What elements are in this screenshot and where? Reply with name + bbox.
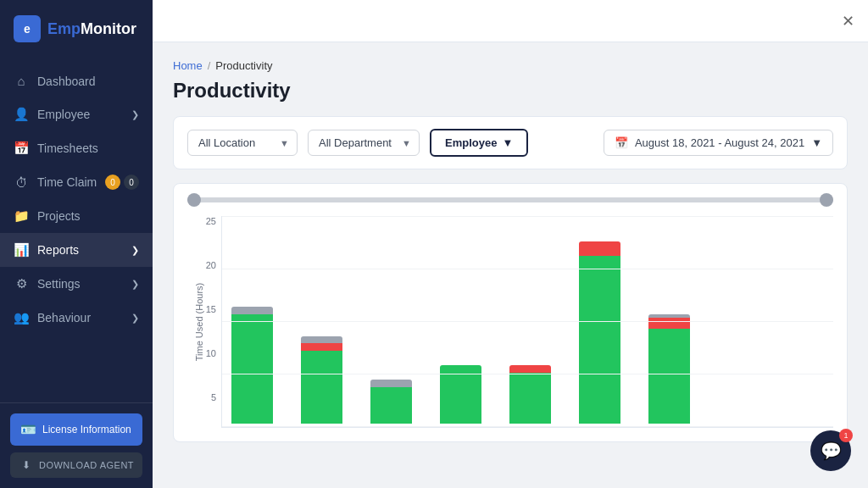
bar-stack-0[interactable] bbox=[231, 307, 273, 424]
bar-stack-5[interactable] bbox=[579, 241, 620, 424]
bar-group-0 bbox=[222, 307, 281, 424]
settings-icon: ⚙ bbox=[14, 276, 29, 291]
bar-red-5 bbox=[579, 241, 620, 256]
date-range-picker[interactable]: 📅 August 18, 2021 - August 24, 2021 ▼ bbox=[604, 130, 833, 156]
chat-badge: 1 bbox=[839, 429, 853, 442]
bar-green-0 bbox=[231, 314, 273, 424]
grid-line-1 bbox=[222, 216, 833, 217]
breadcrumb-separator: / bbox=[208, 59, 211, 72]
content-area: Home / Productivity Productivity All Loc… bbox=[153, 42, 868, 488]
sidebar-item-settings[interactable]: ⚙ Settings ❯ bbox=[0, 267, 153, 301]
chart-container: 25 20 15 10 5 Time Used (Ho bbox=[173, 183, 848, 442]
dashboard-label: Dashboard bbox=[37, 75, 96, 88]
bar-gray-0 bbox=[231, 307, 273, 314]
slider-thumb-left[interactable] bbox=[187, 193, 201, 207]
bar-stack-1[interactable] bbox=[301, 336, 342, 424]
bar-stack-2[interactable] bbox=[370, 380, 412, 424]
license-button[interactable]: 🪪 License Information bbox=[10, 413, 142, 446]
projects-label: Projects bbox=[37, 209, 81, 223]
reports-icon: 📊 bbox=[14, 242, 29, 258]
grid-line-2 bbox=[222, 269, 833, 269]
y-label-15: 15 bbox=[206, 304, 216, 314]
employee-button[interactable]: Employee ▼ bbox=[430, 129, 528, 157]
badge-container: 0 0 bbox=[105, 175, 139, 190]
projects-icon: 📁 bbox=[14, 208, 29, 224]
chart-slider[interactable] bbox=[187, 197, 833, 202]
chat-button[interactable]: 💬 1 bbox=[810, 430, 851, 471]
sidebar-item-dashboard[interactable]: ⌂ Dashboard bbox=[0, 64, 153, 97]
breadcrumb-home[interactable]: Home bbox=[173, 59, 203, 72]
bar-group-5 bbox=[570, 241, 629, 424]
location-select[interactable]: All Location bbox=[187, 130, 298, 156]
bar-green-4 bbox=[509, 373, 551, 424]
timeclaim-label: Time Claim bbox=[37, 175, 97, 189]
logo: e EmpMonitor bbox=[0, 0, 153, 58]
reports-label: Reports bbox=[37, 243, 79, 257]
bar-red-4 bbox=[509, 365, 551, 373]
bar-gray-2 bbox=[370, 380, 412, 387]
download-icon: ⬇ bbox=[19, 459, 34, 471]
y-label-20: 20 bbox=[206, 260, 216, 270]
sidebar: e EmpMonitor ⌂ Dashboard 👤 Employee ❯ 📅 … bbox=[0, 0, 153, 488]
location-filter-wrapper: All Location ▼ bbox=[187, 130, 298, 156]
download-button[interactable]: ⬇ DOWNLOAD AGENT bbox=[10, 452, 142, 478]
bar-green-1 bbox=[301, 351, 342, 424]
download-label: DOWNLOAD AGENT bbox=[39, 460, 134, 470]
grid-line-3 bbox=[222, 321, 833, 322]
chevron-right-icon: ❯ bbox=[131, 109, 139, 120]
chevron-right-icon-behaviour: ❯ bbox=[131, 313, 139, 324]
sidebar-bottom: 🪪 License Information ⬇ DOWNLOAD AGENT bbox=[0, 402, 153, 488]
chevron-right-icon-settings: ❯ bbox=[131, 279, 139, 290]
date-chevron-icon: ▼ bbox=[811, 136, 822, 149]
breadcrumb: Home / Productivity bbox=[173, 59, 848, 72]
bar-red-6 bbox=[648, 318, 690, 329]
chat-icon: 💬 bbox=[821, 441, 842, 461]
behaviour-label: Behaviour bbox=[37, 311, 91, 324]
y-label-10: 10 bbox=[206, 348, 216, 358]
dashboard-icon: ⌂ bbox=[14, 74, 29, 88]
sidebar-item-timeclaim[interactable]: ⏱ Time Claim 0 0 bbox=[0, 165, 153, 199]
sidebar-nav: ⌂ Dashboard 👤 Employee ❯ 📅 Timesheets ⏱ … bbox=[0, 58, 153, 402]
badge-zero-1: 0 bbox=[105, 175, 120, 190]
bar-stack-6[interactable] bbox=[648, 314, 690, 424]
grid-line-5 bbox=[222, 426, 833, 427]
timesheets-icon: 📅 bbox=[14, 141, 29, 156]
logo-icon: e bbox=[14, 15, 41, 42]
bar-green-6 bbox=[648, 329, 690, 424]
sidebar-item-projects[interactable]: 📁 Projects bbox=[0, 199, 153, 233]
sidebar-item-behaviour[interactable]: 👥 Behaviour ❯ bbox=[0, 301, 153, 335]
bar-green-3 bbox=[440, 365, 481, 424]
bar-green-5 bbox=[579, 256, 620, 424]
timesheets-label: Timesheets bbox=[37, 141, 98, 155]
bar-red-1 bbox=[301, 343, 342, 351]
bar-stack-4[interactable] bbox=[509, 365, 551, 424]
bar-gray-1 bbox=[301, 336, 342, 344]
bar-group-6 bbox=[639, 314, 698, 424]
y-label-5: 5 bbox=[211, 392, 216, 402]
logo-text: EmpMonitor bbox=[47, 20, 136, 38]
bar-group-4 bbox=[500, 365, 559, 424]
badge-zero-2: 0 bbox=[124, 175, 139, 190]
department-filter-wrapper: All Department ▼ bbox=[308, 130, 420, 156]
sidebar-item-employee[interactable]: 👤 Employee ❯ bbox=[0, 97, 153, 131]
breadcrumb-current: Productivity bbox=[215, 59, 272, 72]
license-icon: 🪪 bbox=[20, 422, 36, 437]
filters-bar: All Location ▼ All Department ▼ Employee… bbox=[173, 116, 848, 169]
behaviour-icon: 👥 bbox=[14, 310, 29, 325]
sidebar-item-reports[interactable]: 📊 Reports ❯ bbox=[0, 233, 153, 267]
employee-label: Employee bbox=[37, 108, 90, 121]
slider-thumb-right[interactable] bbox=[820, 193, 833, 207]
bar-group-3 bbox=[431, 365, 490, 424]
employee-dropdown-icon: ▼ bbox=[502, 136, 513, 149]
timeclaim-icon: ⏱ bbox=[14, 175, 29, 190]
chart-area bbox=[221, 216, 833, 428]
close-button[interactable]: ✕ bbox=[842, 12, 854, 30]
sidebar-item-timesheets[interactable]: 📅 Timesheets bbox=[0, 131, 153, 165]
date-range-label: August 18, 2021 - August 24, 2021 bbox=[635, 136, 804, 149]
settings-label: Settings bbox=[37, 277, 81, 291]
license-label: License Information bbox=[42, 424, 131, 435]
department-select[interactable]: All Department bbox=[308, 130, 420, 156]
bar-stack-3[interactable] bbox=[440, 365, 481, 424]
bar-green-2 bbox=[370, 387, 412, 424]
bar-group-2 bbox=[361, 380, 420, 424]
